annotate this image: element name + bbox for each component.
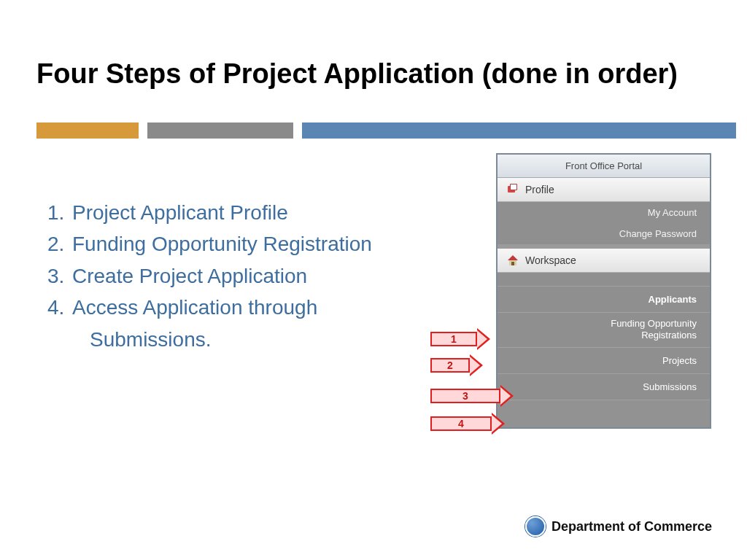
state-seal-icon [525, 516, 546, 537]
step-text: Create Project Application [72, 265, 307, 287]
portal-workspace-row[interactable]: Workspace [498, 249, 710, 273]
portal-workspace-label: Workspace [525, 254, 576, 266]
arrow-label: 4 [430, 416, 492, 431]
callout-arrow-2: 2 [430, 357, 511, 374]
step-continuation: Submissions. [47, 324, 372, 355]
accent-segment-orange [36, 122, 139, 139]
arrow-label: 3 [430, 389, 500, 403]
portal-funding[interactable]: Funding OpportunityRegistrations [498, 312, 710, 347]
step-item: 4.Access Application through [47, 292, 372, 323]
accent-segment-gray [147, 122, 293, 139]
callout-arrow-3: 3 [430, 387, 540, 405]
portal-my-account[interactable]: My Account [498, 202, 710, 223]
portal-spacer [498, 273, 710, 286]
portal-change-password[interactable]: Change Password [498, 223, 710, 244]
svg-rect-2 [511, 184, 516, 190]
callout-arrow-4: 4 [430, 415, 533, 432]
portal-applicants[interactable]: Applicants [498, 286, 710, 312]
footer-text: Department of Commerce [551, 519, 712, 534]
step-text: Project Applicant Profile [72, 201, 288, 224]
arrow-label: 2 [430, 358, 470, 373]
profile-icon [506, 184, 519, 195]
arrow-label: 1 [430, 332, 477, 346]
slide-title: Four Steps of Project Application (done … [36, 58, 678, 90]
step-item: 3.Create Project Application [47, 260, 372, 292]
step-item: 2.Funding Opportunity Registration [47, 228, 372, 260]
svg-rect-5 [511, 262, 514, 265]
callout-arrow-1: 1 [430, 330, 518, 348]
accent-bar [36, 122, 737, 139]
portal-projects[interactable]: Projects [498, 347, 710, 373]
house-icon [506, 254, 519, 266]
step-text: Access Application through [72, 296, 317, 319]
footer: Department of Commerce [525, 516, 712, 537]
accent-segment-blue [302, 122, 736, 139]
step-item: 1.Project Applicant Profile [47, 197, 372, 228]
portal-header: Front Office Portal [498, 155, 710, 178]
step-text: Funding Opportunity Registration [72, 233, 372, 255]
steps-list: 1.Project Applicant Profile 2.Funding Op… [47, 197, 372, 355]
svg-marker-3 [508, 255, 518, 260]
portal-profile-label: Profile [525, 184, 554, 195]
slide: Four Steps of Project Application (done … [0, 0, 747, 560]
portal-profile-row[interactable]: Profile [498, 178, 710, 202]
